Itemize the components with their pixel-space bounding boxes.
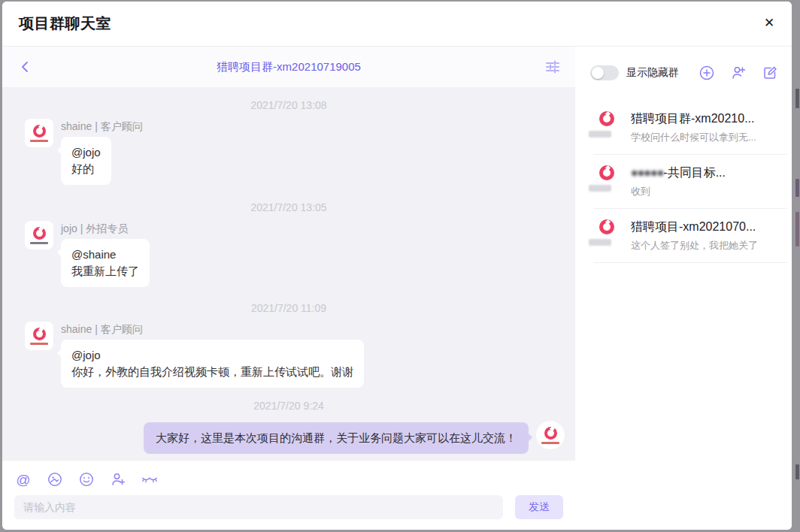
group-title-text: 猎聘项目群-xm20210...	[631, 112, 754, 125]
composer: @	[2, 461, 575, 530]
avatar	[25, 322, 53, 350]
chat-room-title: 猎聘项目群-xm20210719005	[2, 60, 575, 74]
group-title: 猎聘项目-xm2021070...	[631, 219, 758, 235]
avatar	[592, 219, 622, 249]
chat-panel: 猎聘项目群-xm20210719005 2021/7/20 13:08	[2, 47, 575, 530]
sliders-icon[interactable]	[541, 55, 565, 79]
brand-logo	[599, 219, 614, 234]
image-icon[interactable]	[46, 470, 64, 488]
avatar	[25, 221, 53, 249]
avatar	[592, 165, 622, 195]
message-line: 我重新上传了	[71, 263, 139, 280]
back-icon[interactable]	[14, 47, 35, 87]
avatar	[592, 110, 622, 141]
group-title-text: -共同目标...	[663, 166, 726, 179]
message-incoming: shaine | 客户顾问 @jojo 好的	[2, 119, 575, 185]
page-behind-edge	[795, 212, 799, 246]
toggle-knob	[592, 67, 604, 79]
message-input[interactable]	[14, 495, 503, 519]
message-line: 好的	[71, 161, 101, 177]
message-line: 你好，外教的自我介绍视频卡顿，重新上传试试吧。谢谢	[71, 364, 353, 380]
group-title-text: 猎聘项目-xm2021070...	[631, 220, 756, 233]
group-last-message: 学校问什么时候可以拿到无...	[631, 131, 756, 144]
send-button[interactable]: 发送	[515, 495, 563, 519]
mention-icon[interactable]: @	[14, 470, 32, 488]
group-list-item[interactable]: ●●●●●-共同目标... 收到	[575, 155, 792, 208]
chat-header: 猎聘项目群-xm20210719005	[2, 47, 575, 87]
message-bubble: @jojo 好的	[61, 137, 111, 185]
group-last-message: 这个人签了别处，我把她关了	[631, 239, 758, 252]
avatar	[25, 119, 53, 147]
message-line: @jojo	[71, 347, 353, 364]
message-timestamp: 2021/7/20 13:08	[2, 99, 575, 113]
message-line: @jojo	[71, 144, 101, 161]
add-circle-icon[interactable]	[698, 65, 715, 81]
message-bubble: @jojo 你好，外教的自我介绍视频卡顿，重新上传试试吧。谢谢	[61, 340, 364, 388]
add-member-icon[interactable]	[109, 470, 127, 488]
modal-titlebar: 项目群聊天室 ✕	[2, 2, 792, 47]
group-sidebar: 显示隐藏群	[575, 47, 792, 530]
blurred-group-name: ●●●●●	[631, 166, 663, 179]
message-timestamp: 2021/7/20 11:09	[2, 302, 575, 316]
brand-logo	[599, 111, 614, 126]
eyes-closed-icon[interactable]	[141, 470, 159, 488]
toggle-label: 显示隐藏群	[626, 66, 679, 80]
brand-logo-text	[30, 140, 48, 142]
brand-logo-text	[589, 239, 611, 246]
group-title: 猎聘项目群-xm20210...	[631, 110, 756, 127]
brand-logo	[33, 328, 46, 340]
brand-logo-text	[589, 131, 611, 138]
sidebar-header: 显示隐藏群	[575, 47, 792, 81]
brand-logo	[33, 227, 46, 240]
group-list-item[interactable]: 猎聘项目-xm2021070... 这个人签了别处，我把她关了	[575, 209, 792, 262]
message-list: 2021/7/20 13:08 shaine | 客户顾问 @jojo 好的	[2, 87, 575, 461]
emoji-icon[interactable]	[77, 470, 95, 488]
compose-icon[interactable]	[762, 65, 778, 81]
page-behind-edge	[795, 89, 799, 108]
message-incoming: jojo | 外招专员 @shaine 我重新上传了	[2, 221, 575, 287]
page-behind-modal: 项目群聊天室 ✕ 猎聘项目群-xm20210719005	[0, 0, 800, 532]
brand-logo-text	[589, 185, 611, 192]
page-behind-edge	[795, 179, 799, 197]
message-bubble: @shaine 我重新上传了	[61, 239, 150, 287]
message-bubble: 大家好，这里是本次项目的沟通群，关于业务问题大家可以在这儿交流！	[144, 422, 529, 454]
brand-logo	[544, 427, 557, 440]
add-member-icon[interactable]	[730, 65, 747, 81]
brand-logo-text	[30, 343, 48, 345]
sender-name: shaine | 客户顾问	[61, 119, 143, 134]
group-last-message: 收到	[631, 185, 726, 198]
divider	[593, 262, 787, 263]
brand-logo-text	[30, 242, 48, 244]
page-behind-edge	[795, 464, 799, 479]
avatar	[536, 421, 565, 449]
close-icon[interactable]: ✕	[759, 12, 780, 33]
chat-room-modal: 项目群聊天室 ✕ 猎聘项目群-xm20210719005	[2, 2, 792, 530]
message-line: 大家好，这里是本次项目的沟通群，关于业务问题大家可以在这儿交流！	[156, 430, 517, 446]
message-incoming: shaine | 客户顾问 @jojo 你好，外教的自我介绍视频卡顿，重新上传试…	[2, 322, 575, 388]
sender-name: jojo | 外招专员	[61, 221, 150, 236]
message-timestamp: 2021/7/20 9:24	[2, 400, 575, 413]
sender-name: shaine | 客户顾问	[61, 322, 364, 337]
message-line: @shaine	[71, 246, 139, 263]
brand-logo-text	[541, 442, 559, 444]
group-list-item[interactable]: 猎聘项目群-xm20210... 学校问什么时候可以拿到无...	[575, 101, 792, 154]
brand-logo	[599, 165, 614, 180]
message-timestamp: 2021/7/20 13:05	[2, 201, 575, 215]
brand-logo	[33, 125, 46, 138]
group-title: ●●●●●-共同目标...	[631, 165, 726, 181]
page-title: 项目群聊天室	[19, 14, 111, 34]
show-hidden-groups-toggle[interactable]	[590, 65, 619, 80]
group-list: 猎聘项目群-xm20210... 学校问什么时候可以拿到无... ●●●●●-共…	[575, 101, 792, 263]
message-outgoing: 大家好，这里是本次项目的沟通群，关于业务问题大家可以在这儿交流！	[2, 421, 575, 454]
